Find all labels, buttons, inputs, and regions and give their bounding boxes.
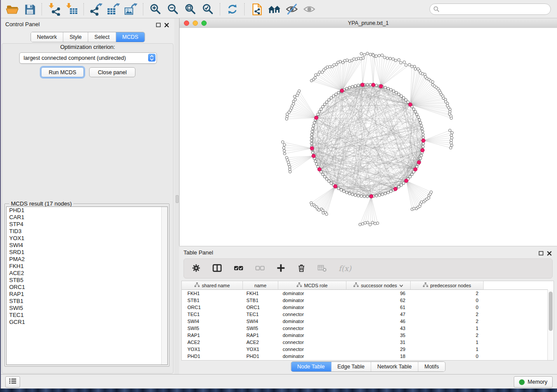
mcds-result-item[interactable]: SWI5 (7, 305, 167, 312)
import-network-button[interactable] (45, 1, 63, 17)
cell-mcds-role[interactable]: dominator (278, 291, 346, 296)
deselect-all-button[interactable] (255, 264, 265, 274)
cell-successor-nodes[interactable]: 29 (346, 347, 411, 352)
delete-column-button[interactable] (297, 264, 306, 274)
tab-style[interactable]: Style (63, 32, 88, 42)
cell-shared-name[interactable]: FKH1 (182, 291, 243, 296)
mcds-result-item[interactable]: SWI4 (7, 242, 167, 249)
cell-successor-nodes[interactable]: 62 (346, 298, 411, 303)
mcds-result-list[interactable]: PHD1CAR1STP4TID3YOX1SWI4SRD1PMA2FKH1ACE2… (6, 206, 168, 365)
cell-predecessor-nodes[interactable]: 2 (411, 291, 484, 296)
table-float-panel-icon[interactable] (539, 250, 543, 258)
table-row[interactable]: SWI4SWI4dominator462 (182, 318, 548, 325)
function-builder-button[interactable]: f(x) (339, 264, 351, 273)
tab-select[interactable]: Select (88, 32, 116, 42)
cell-name[interactable]: TEC1 (243, 312, 278, 317)
delete-table-button[interactable] (318, 264, 327, 273)
open-session-button[interactable] (3, 1, 21, 17)
cell-predecessor-nodes[interactable]: 0 (411, 298, 484, 303)
cell-successor-nodes[interactable]: 43 (346, 326, 411, 331)
zoom-fit-button[interactable] (182, 1, 199, 17)
cell-predecessor-nodes[interactable]: 2 (411, 312, 484, 317)
refresh-layout-button[interactable] (224, 1, 241, 17)
import-table-button[interactable] (63, 1, 80, 17)
dominator-node[interactable] (310, 147, 314, 151)
cell-predecessor-nodes[interactable]: 0 (411, 354, 484, 359)
cell-name[interactable]: YOX1 (243, 347, 278, 352)
mcds-result-item[interactable]: RAP1 (7, 291, 167, 298)
table-row[interactable]: ORC1ORC1dominator610 (182, 304, 548, 311)
mcds-result-item[interactable]: GCR1 (7, 319, 167, 326)
cell-shared-name[interactable]: YOX1 (182, 347, 243, 352)
cell-shared-name[interactable]: RAP1 (182, 333, 243, 338)
mcds-result-item[interactable]: FKH1 (7, 263, 167, 270)
cell-successor-nodes[interactable]: 31 (346, 340, 411, 345)
column-header-MCDS-role[interactable]: MCDS role (278, 281, 346, 290)
dominator-node[interactable] (421, 148, 425, 152)
column-header-name[interactable]: name (243, 281, 278, 290)
cell-mcds-role[interactable]: connector (278, 326, 346, 331)
cell-successor-nodes[interactable]: 47 (346, 312, 411, 317)
dominator-node[interactable] (371, 83, 375, 87)
vertical-split-divider[interactable] (174, 18, 179, 375)
cell-mcds-role[interactable]: dominator (278, 333, 346, 338)
dominator-node[interactable] (405, 179, 408, 183)
cell-mcds-role[interactable]: dominator (278, 319, 346, 324)
cell-successor-nodes[interactable]: 18 (346, 354, 411, 359)
mcds-result-item[interactable]: TEC1 (7, 312, 167, 319)
result-list-scrollbar[interactable] (161, 207, 167, 364)
table-row[interactable]: PHD1PHD1dominator180 (182, 353, 548, 360)
cell-shared-name[interactable]: SWI4 (182, 319, 243, 324)
table-close-panel-icon[interactable] (547, 250, 552, 258)
cell-shared-name[interactable]: STB1 (182, 298, 243, 303)
tab-node-table[interactable]: Node Table (291, 362, 331, 371)
dominator-node[interactable] (417, 161, 421, 165)
dominator-node[interactable] (318, 168, 322, 172)
mcds-result-item[interactable]: STB1 (7, 298, 167, 305)
cell-predecessor-nodes[interactable]: 2 (411, 333, 484, 338)
search-input[interactable] (429, 3, 551, 15)
cell-mcds-role[interactable]: connector (278, 340, 346, 345)
table-scrollbar-thumb[interactable] (549, 292, 553, 331)
tab-motifs[interactable]: Motifs (418, 362, 445, 371)
table-row[interactable]: TEC1TEC1connector472 (182, 311, 548, 318)
dominator-node[interactable] (340, 89, 344, 93)
dominator-node[interactable] (370, 194, 374, 198)
cell-name[interactable]: ACE2 (243, 340, 278, 345)
cell-shared-name[interactable]: TEC1 (182, 312, 243, 317)
add-column-button[interactable] (277, 264, 285, 274)
table-settings-button[interactable] (192, 264, 201, 274)
dominator-node[interactable] (315, 116, 318, 120)
cell-successor-nodes[interactable]: 35 (346, 333, 411, 338)
mcds-result-item[interactable]: CAR1 (7, 214, 167, 221)
export-table-button[interactable] (105, 1, 122, 17)
close-panel-icon[interactable] (164, 21, 169, 29)
save-session-button[interactable] (21, 1, 38, 17)
cell-shared-name[interactable]: SWI5 (182, 326, 243, 331)
memory-button[interactable]: Memory (514, 376, 553, 388)
cell-predecessor-nodes[interactable]: 1 (411, 326, 484, 331)
column-header-successor-nodes[interactable]: successor nodes (346, 281, 411, 290)
cell-predecessor-nodes[interactable]: 0 (411, 305, 484, 310)
cell-name[interactable]: RAP1 (243, 333, 278, 338)
float-panel-icon[interactable] (156, 21, 161, 29)
select-all-button[interactable] (234, 264, 243, 274)
mcds-result-item[interactable]: STB5 (7, 277, 167, 284)
cell-predecessor-nodes[interactable]: 2 (411, 319, 484, 324)
cell-name[interactable]: ORC1 (243, 305, 278, 310)
table-row[interactable]: SWI5SWI5connector431 (182, 325, 548, 332)
network-window-titlebar[interactable]: YPA_prune.txt_1 (180, 18, 557, 28)
cell-predecessor-nodes[interactable]: 1 (411, 340, 484, 345)
network-graph[interactable] (180, 28, 557, 246)
mcds-result-item[interactable]: PHD1 (7, 207, 167, 214)
dominator-node[interactable] (394, 187, 398, 191)
split-divider-handle[interactable] (176, 195, 179, 203)
cell-name[interactable]: STB1 (243, 298, 278, 303)
cell-successor-nodes[interactable]: 46 (346, 319, 411, 324)
cell-name[interactable]: SWI5 (243, 326, 278, 331)
table-row[interactable]: RAP1RAP1dominator352 (182, 332, 548, 339)
cell-mcds-role[interactable]: connector (278, 347, 346, 352)
run-mcds-button[interactable]: Run MCDS (41, 67, 84, 77)
tab-edge-table[interactable]: Edge Table (331, 362, 371, 371)
export-image-button[interactable] (122, 1, 140, 17)
